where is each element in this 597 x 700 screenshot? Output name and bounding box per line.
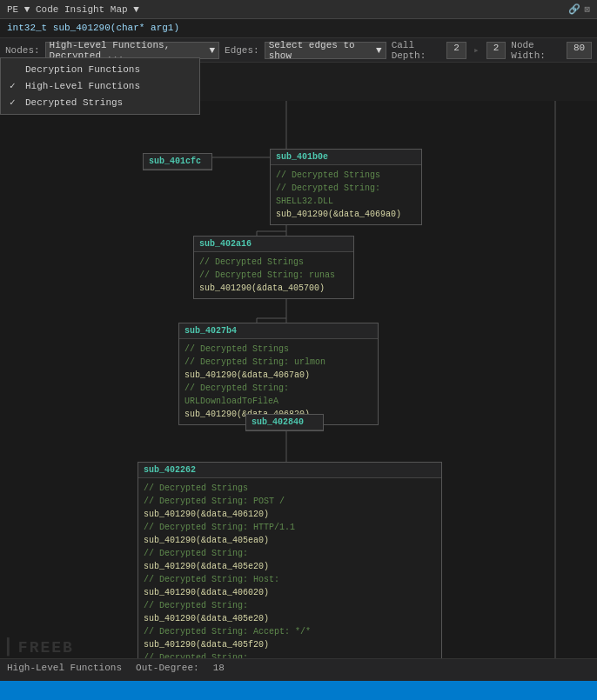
check-decstrings: ✓ — [10, 97, 20, 108]
node-width-label: Node Width: — [511, 40, 561, 61]
dropdown-item-decryption-label: Decryption Functions — [25, 64, 140, 75]
node-401b0e-title: sub_401b0e — [271, 150, 421, 165]
outdegree-label: Out-Degree: — [136, 663, 199, 677]
node-402840-title: sub_402840 — [246, 415, 323, 430]
call-depth-label: Call Depth: — [392, 40, 442, 61]
title-bar: PE ▼ Code Insight Map ▼ 🔗 ⊠ — [0, 0, 597, 19]
info-panel: High-Level Functions Out-Degree: 18 — [0, 658, 597, 681]
dropdown-item-decstrings[interactable]: ✓ Decrypted Strings — [1, 94, 199, 110]
title-bar-text: PE ▼ Code Insight Map ▼ — [7, 4, 139, 15]
info-section-label: High-Level Functions — [7, 663, 122, 677]
close-icon[interactable]: ⊠ — [584, 3, 590, 15]
node-402a16[interactable]: sub_402a16 // Decrypted Strings // Decry… — [193, 236, 354, 299]
node-401b0e-body: // Decrypted Strings // Decrypted String… — [271, 165, 421, 224]
edges-dropdown[interactable]: Select edges to show ▼ — [265, 42, 386, 59]
signature-text: int32_t sub_401290(char* arg1) — [7, 23, 179, 33]
node-4027b4-title: sub_4027b4 — [179, 323, 378, 339]
link-icon[interactable]: 🔗 — [568, 3, 580, 15]
check-highlevel: ✓ — [10, 80, 20, 91]
watermark: ▎FREEB — [7, 637, 74, 657]
call-depth-input2[interactable]: 2 — [486, 42, 506, 59]
function-signature: int32_t sub_401290(char* arg1) — [0, 19, 597, 38]
edges-label: Edges: — [225, 45, 259, 56]
nodes-dropdown-panel: Decryption Functions ✓ High-Level Functi… — [0, 57, 200, 115]
nodes-dropdown-arrow: ▼ — [209, 45, 215, 56]
node-402840[interactable]: sub_402840 — [245, 414, 324, 431]
node-4027b4-body: // Decrypted Strings // Decrypted String… — [179, 339, 378, 424]
node-402a16-body: // Decrypted Strings // Decrypted String… — [194, 252, 353, 298]
node-401b0e[interactable]: sub_401b0e // Decrypted Strings // Decry… — [270, 149, 422, 225]
dropdown-item-decryption[interactable]: Decryption Functions — [1, 62, 199, 77]
separator: ▸ — [473, 44, 480, 56]
nodes-label: Nodes: — [5, 45, 40, 56]
title-bar-icons: 🔗 ⊠ — [568, 3, 590, 15]
call-depth-input1[interactable]: 2 — [446, 42, 466, 59]
node-402262-title: sub_402262 — [138, 463, 441, 478]
edges-dropdown-text: Select edges to show — [269, 40, 374, 61]
nodes-dropdown[interactable]: High-Level Functions, Decrypted ... ▼ — [45, 42, 219, 59]
edges-dropdown-arrow: ▼ — [376, 45, 382, 56]
check-decryption — [10, 64, 20, 75]
node-width-input[interactable]: 80 — [567, 42, 592, 59]
canvas[interactable]: sub_401cfc sub_401b0e // Decrypted Strin… — [0, 101, 597, 700]
dropdown-item-decstrings-label: Decrypted Strings — [25, 97, 123, 108]
node-401cfc[interactable]: sub_401cfc — [143, 153, 212, 170]
node-4027b4[interactable]: sub_4027b4 // Decrypted Strings // Decry… — [178, 323, 379, 425]
outdegree-value: 18 — [213, 663, 225, 677]
dropdown-item-highlevel[interactable]: ✓ High-Level Functions — [1, 77, 199, 94]
node-402a16-title: sub_402a16 — [194, 237, 353, 252]
dropdown-item-highlevel-label: High-Level Functions — [25, 81, 140, 91]
node-401cfc-title: sub_401cfc — [144, 154, 211, 170]
status-bar — [0, 681, 597, 700]
